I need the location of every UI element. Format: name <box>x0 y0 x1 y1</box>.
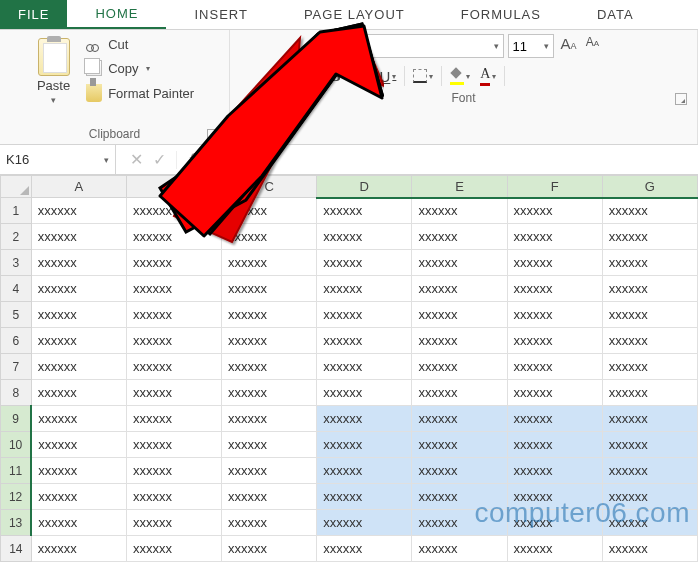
cell-G11[interactable]: xxxxxx <box>602 458 697 484</box>
cell-B12[interactable]: xxxxxx <box>126 484 221 510</box>
cell-A12[interactable]: xxxxxx <box>31 484 126 510</box>
col-header-F[interactable]: F <box>507 176 602 198</box>
row-header-5[interactable]: 5 <box>1 302 32 328</box>
cell-A8[interactable]: xxxxxx <box>31 380 126 406</box>
shrink-font-button[interactable]: AA <box>582 34 604 58</box>
cell-B7[interactable]: xxxxxx <box>126 354 221 380</box>
cell-A11[interactable]: xxxxxx <box>31 458 126 484</box>
tab-data[interactable]: DATA <box>569 0 662 29</box>
cell-B2[interactable]: xxxxxx <box>126 224 221 250</box>
tab-formulas[interactable]: FORMULAS <box>433 0 569 29</box>
row-header-11[interactable]: 11 <box>1 458 32 484</box>
cell-F2[interactable]: xxxxxx <box>507 224 602 250</box>
cell-E9[interactable]: xxxxxx <box>412 406 507 432</box>
cell-D2[interactable]: xxxxxx <box>317 224 412 250</box>
row-header-8[interactable]: 8 <box>1 380 32 406</box>
cell-G3[interactable]: xxxxxx <box>602 250 697 276</box>
italic-button[interactable]: I <box>350 64 374 88</box>
cell-D6[interactable]: xxxxxx <box>317 328 412 354</box>
cell-C11[interactable]: xxxxxx <box>222 458 317 484</box>
cell-F4[interactable]: xxxxxx <box>507 276 602 302</box>
cell-F6[interactable]: xxxxxx <box>507 328 602 354</box>
cell-A9[interactable]: xxxxxx <box>31 406 126 432</box>
tab-file[interactable]: FILE <box>0 0 67 29</box>
cell-B4[interactable]: xxxxxx <box>126 276 221 302</box>
cell-F9[interactable]: xxxxxx <box>507 406 602 432</box>
cell-F1[interactable]: xxxxxx <box>507 198 602 224</box>
cell-D3[interactable]: xxxxxx <box>317 250 412 276</box>
cell-A3[interactable]: xxxxxx <box>31 250 126 276</box>
col-header-D[interactable]: D <box>317 176 412 198</box>
cell-D11[interactable]: xxxxxx <box>317 458 412 484</box>
cell-A4[interactable]: xxxxxx <box>31 276 126 302</box>
cell-A13[interactable]: xxxxxx <box>31 510 126 536</box>
cell-B13[interactable]: xxxxxx <box>126 510 221 536</box>
chevron-down-icon[interactable]: ▾ <box>144 64 150 73</box>
cell-C4[interactable]: xxxxxx <box>222 276 317 302</box>
cell-C12[interactable]: xxxxxx <box>222 484 317 510</box>
col-header-B[interactable]: B <box>126 176 221 198</box>
cell-A7[interactable]: xxxxxx <box>31 354 126 380</box>
cell-B14[interactable]: xxxxxx <box>126 536 221 562</box>
cell-E14[interactable]: xxxxxx <box>412 536 507 562</box>
row-header-13[interactable]: 13 <box>1 510 32 536</box>
underline-button[interactable]: U▾ <box>376 64 401 88</box>
cell-D14[interactable]: xxxxxx <box>317 536 412 562</box>
cell-B10[interactable]: xxxxxx <box>126 432 221 458</box>
cell-F14[interactable]: xxxxxx <box>507 536 602 562</box>
cell-D5[interactable]: xxxxxx <box>317 302 412 328</box>
cell-C5[interactable]: xxxxxx <box>222 302 317 328</box>
col-header-E[interactable]: E <box>412 176 507 198</box>
cell-B9[interactable]: xxxxxx <box>126 406 221 432</box>
cell-D9[interactable]: xxxxxx <box>317 406 412 432</box>
cell-G2[interactable]: xxxxxx <box>602 224 697 250</box>
formula-input[interactable] <box>216 145 698 174</box>
cell-C14[interactable]: xxxxxx <box>222 536 317 562</box>
cell-C6[interactable]: xxxxxx <box>222 328 317 354</box>
cell-F8[interactable]: xxxxxx <box>507 380 602 406</box>
bold-button[interactable]: B <box>324 64 348 88</box>
col-header-C[interactable]: C <box>222 176 317 198</box>
cell-B3[interactable]: xxxxxx <box>126 250 221 276</box>
row-header-2[interactable]: 2 <box>1 224 32 250</box>
select-all-corner[interactable] <box>1 176 32 198</box>
cell-C3[interactable]: xxxxxx <box>222 250 317 276</box>
font-name-select[interactable]: Calibri ▾ <box>324 34 504 58</box>
cell-B5[interactable]: xxxxxx <box>126 302 221 328</box>
font-color-button[interactable]: A ▾ <box>476 64 500 88</box>
cell-C2[interactable]: xxxxxx <box>222 224 317 250</box>
cell-F11[interactable]: xxxxxx <box>507 458 602 484</box>
cell-B1[interactable]: xxxxxx <box>126 198 221 224</box>
cell-E3[interactable]: xxxxxx <box>412 250 507 276</box>
cell-C7[interactable]: xxxxxx <box>222 354 317 380</box>
cell-D7[interactable]: xxxxxx <box>317 354 412 380</box>
cell-F7[interactable]: xxxxxx <box>507 354 602 380</box>
cell-E1[interactable]: xxxxxx <box>412 198 507 224</box>
row-header-9[interactable]: 9 <box>1 406 32 432</box>
row-header-7[interactable]: 7 <box>1 354 32 380</box>
grow-font-button[interactable]: AA <box>558 34 580 58</box>
row-header-1[interactable]: 1 <box>1 198 32 224</box>
cell-G14[interactable]: xxxxxx <box>602 536 697 562</box>
cell-F3[interactable]: xxxxxx <box>507 250 602 276</box>
paste-button[interactable]: Paste ▾ <box>31 34 76 109</box>
cell-C8[interactable]: xxxxxx <box>222 380 317 406</box>
cell-G7[interactable]: xxxxxx <box>602 354 697 380</box>
cell-E11[interactable]: xxxxxx <box>412 458 507 484</box>
cell-C10[interactable]: xxxxxx <box>222 432 317 458</box>
cut-button[interactable]: Cut <box>82 34 198 54</box>
cell-C9[interactable]: xxxxxx <box>222 406 317 432</box>
border-button[interactable]: ▾ <box>409 64 437 88</box>
cell-E10[interactable]: xxxxxx <box>412 432 507 458</box>
row-header-14[interactable]: 14 <box>1 536 32 562</box>
cell-D12[interactable]: xxxxxx <box>317 484 412 510</box>
cell-C13[interactable]: xxxxxx <box>222 510 317 536</box>
col-header-A[interactable]: A <box>31 176 126 198</box>
row-header-3[interactable]: 3 <box>1 250 32 276</box>
cell-E8[interactable]: xxxxxx <box>412 380 507 406</box>
tab-home[interactable]: HOME <box>67 0 166 29</box>
cell-G10[interactable]: xxxxxx <box>602 432 697 458</box>
row-header-10[interactable]: 10 <box>1 432 32 458</box>
cell-B11[interactable]: xxxxxx <box>126 458 221 484</box>
col-header-G[interactable]: G <box>602 176 697 198</box>
